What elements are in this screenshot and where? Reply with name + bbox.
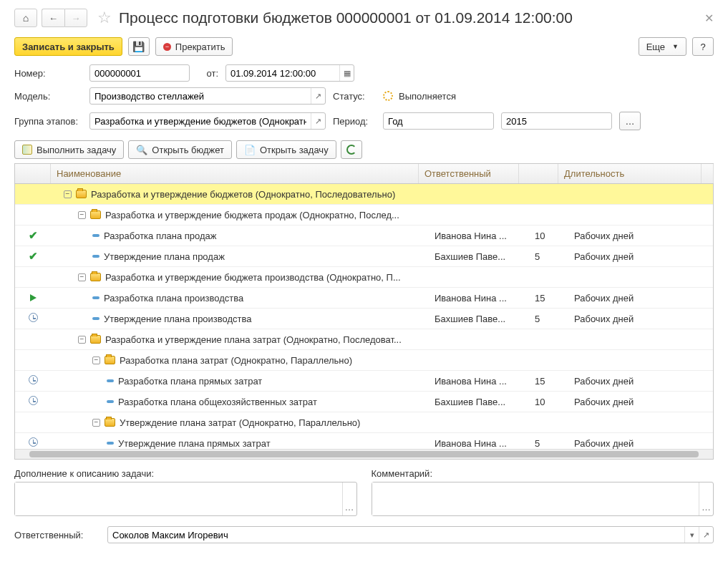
open-icon[interactable]: ↗ — [311, 88, 325, 104]
row-duration: 5 — [530, 435, 570, 450]
col-responsible[interactable]: Ответственный — [419, 164, 519, 183]
row-responsible — [430, 212, 530, 218]
row-unit: Рабочих дней — [570, 290, 713, 306]
table-row[interactable]: −Разработка и утверждение бюджета продаж… — [15, 205, 713, 225]
addendum-label: Дополнение к описанию задачи: — [14, 468, 357, 479]
exec-task-button[interactable]: Выполнить задачу — [14, 140, 124, 159]
responsible-label: Ответственный: — [14, 530, 100, 540]
row-responsible: Иванова Нина ... — [430, 373, 530, 389]
row-name: Разработка и утверждение бюджетов (Однок… — [91, 189, 395, 200]
table-row[interactable]: Разработка плана общехозяйственных затра… — [15, 392, 713, 412]
document-icon: 📄 — [244, 145, 256, 155]
row-duration: 15 — [530, 290, 570, 306]
save-close-button[interactable]: Записать и закрыть — [14, 37, 122, 56]
calendar-icon[interactable]: ▦ — [339, 65, 354, 81]
dropdown-icon[interactable]: ▾ — [684, 527, 699, 543]
addendum-dots-button[interactable]: … — [342, 482, 356, 515]
help-button[interactable]: ? — [692, 37, 714, 56]
table-row[interactable]: Утверждение плана прямых затратИванова Н… — [15, 433, 713, 449]
table-row[interactable]: −Разработка плана затрат (Однократно, Па… — [15, 350, 713, 371]
folder-icon — [90, 335, 101, 344]
clock-icon — [29, 313, 38, 322]
model-input[interactable] — [90, 91, 311, 102]
table-row[interactable]: ✔Утверждение плана продажБахшиев Паве...… — [15, 246, 713, 267]
group-input[interactable] — [90, 116, 311, 127]
home-button[interactable]: ⌂ — [14, 9, 37, 27]
table-row[interactable]: −Утверждение плана затрат (Однократно, П… — [15, 412, 713, 433]
leaf-icon — [92, 296, 100, 299]
number-input[interactable] — [90, 68, 189, 79]
col-name[interactable]: Наименование — [51, 164, 419, 183]
row-duration — [530, 274, 570, 280]
more-button[interactable]: Еще ▼ — [639, 37, 686, 56]
period-dots-button[interactable]: … — [619, 112, 641, 130]
row-name: Разработка и утверждение бюджета произво… — [105, 272, 401, 283]
play-icon — [30, 294, 37, 301]
open-icon[interactable]: ↗ — [311, 113, 325, 129]
from-label: от: — [197, 68, 218, 79]
leaf-icon — [107, 400, 114, 403]
clock-icon — [29, 375, 38, 384]
stop-button[interactable]: − Прекратить — [155, 37, 233, 56]
row-name: Разработка и утверждение бюджета продаж … — [105, 210, 399, 220]
table-row[interactable]: Разработка плана производстваИванова Нин… — [15, 288, 713, 309]
date-input[interactable] — [226, 68, 339, 79]
collapse-icon[interactable]: − — [78, 273, 86, 281]
forward-button[interactable]: → — [64, 9, 87, 27]
period-label: Период: — [333, 116, 376, 127]
open-task-button[interactable]: 📄 Открыть задачу — [236, 140, 336, 159]
stop-icon: − — [163, 43, 171, 51]
comment-textarea[interactable] — [372, 482, 699, 515]
open-icon[interactable]: ↗ — [699, 527, 713, 543]
row-name: Утверждение плана продаж — [104, 251, 225, 262]
row-name: Разработка плана продаж — [104, 231, 217, 241]
clock-icon — [29, 437, 38, 447]
col-duration[interactable]: Длительность — [558, 164, 702, 183]
responsible-input[interactable] — [108, 530, 684, 540]
comment-dots-button[interactable]: … — [699, 482, 713, 515]
row-name: Разработка плана производства — [104, 293, 243, 304]
row-responsible — [430, 357, 530, 363]
floppy-icon: 💾 — [132, 41, 145, 52]
open-budget-label: Открыть бюджет — [152, 145, 224, 155]
number-label: Номер: — [14, 68, 82, 79]
collapse-icon[interactable]: − — [92, 419, 100, 427]
back-button[interactable]: ← — [42, 9, 64, 27]
collapse-icon[interactable]: − — [92, 357, 100, 364]
refresh-icon — [346, 145, 356, 155]
row-unit — [570, 336, 713, 342]
collapse-icon[interactable]: − — [78, 211, 86, 219]
table-row[interactable]: −Разработка и утверждение бюджета произв… — [15, 267, 713, 288]
exec-icon — [22, 145, 32, 155]
period-year-input[interactable] — [502, 116, 611, 127]
row-unit: Рабочих дней — [570, 394, 713, 410]
table-row[interactable]: −Разработка и утверждение плана затрат (… — [15, 329, 713, 350]
comment-label: Комментарий: — [372, 468, 714, 479]
horizontal-scrollbar[interactable] — [15, 449, 713, 459]
spinner-icon — [383, 91, 393, 101]
table-row[interactable]: Утверждение плана производстваБахшиев Па… — [15, 309, 713, 329]
favorite-icon[interactable]: ☆ — [97, 9, 112, 27]
addendum-textarea[interactable] — [15, 482, 342, 515]
row-unit: Рабочих дней — [570, 248, 713, 265]
open-task-label: Открыть задачу — [260, 145, 329, 155]
period-type-input[interactable] — [384, 116, 493, 127]
row-unit: Рабочих дней — [570, 311, 713, 327]
table-row[interactable]: ✔Разработка плана продажИванова Нина ...… — [15, 225, 713, 246]
collapse-icon[interactable]: − — [78, 336, 86, 344]
table-row[interactable]: −Разработка и утверждение бюджетов (Одно… — [15, 184, 713, 205]
save-button[interactable]: 💾 — [128, 37, 150, 56]
row-responsible: Иванова Нина ... — [430, 228, 530, 244]
row-name: Утверждение плана прямых затрат — [118, 438, 271, 449]
close-button[interactable]: ✕ — [704, 11, 714, 25]
refresh-button[interactable] — [341, 140, 362, 159]
collapse-icon[interactable]: − — [64, 190, 72, 198]
leaf-icon — [92, 317, 100, 320]
arrow-right-icon: → — [72, 13, 81, 24]
row-unit — [570, 212, 713, 218]
row-responsible: Бахшиев Паве... — [430, 311, 530, 327]
table-row[interactable]: Разработка плана прямых затратИванова Ни… — [15, 371, 713, 392]
row-unit: Рабочих дней — [570, 228, 713, 244]
row-duration: 10 — [530, 228, 570, 244]
open-budget-button[interactable]: 🔍 Открыть бюджет — [128, 140, 232, 159]
